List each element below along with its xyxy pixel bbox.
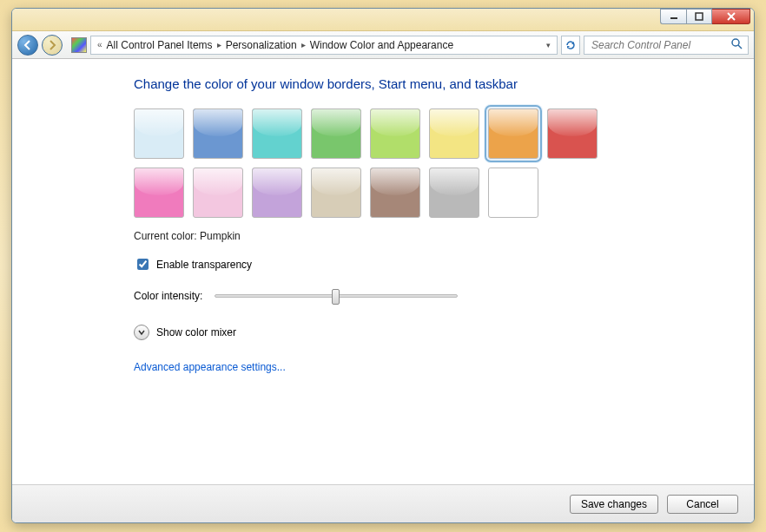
color-swatch-chocolate[interactable] xyxy=(370,167,420,218)
svg-line-5 xyxy=(738,45,742,49)
breadcrumb-item[interactable]: Personalization xyxy=(226,39,297,51)
color-swatch-violet[interactable] xyxy=(252,167,302,218)
color-swatch-twilight[interactable] xyxy=(193,108,243,159)
close-button[interactable] xyxy=(712,9,750,24)
window-controls xyxy=(660,9,750,24)
current-color-row: Current color: Pumpkin xyxy=(134,230,736,242)
intensity-label: Color intensity: xyxy=(134,290,202,302)
nav-forward-button[interactable] xyxy=(42,35,63,56)
search-icon[interactable] xyxy=(730,37,743,52)
navbar: « All Control Panel Items ▸ Personalizat… xyxy=(12,31,754,59)
color-swatch-pumpkin[interactable] xyxy=(488,108,538,159)
color-swatch-ruby[interactable] xyxy=(547,108,598,159)
control-panel-icon xyxy=(71,37,87,53)
color-mixer-label: Show color mixer xyxy=(156,326,236,338)
breadcrumb-item[interactable]: All Control Panel Items xyxy=(107,39,213,51)
color-swatch-sun[interactable] xyxy=(429,108,479,159)
intensity-slider[interactable] xyxy=(215,294,458,298)
color-swatch-frost[interactable] xyxy=(488,167,538,218)
color-swatch-fuchsia[interactable] xyxy=(134,167,184,218)
color-mixer-expander[interactable]: Show color mixer xyxy=(134,325,736,340)
svg-line-3 xyxy=(728,13,735,20)
breadcrumb[interactable]: « All Control Panel Items ▸ Personalizat… xyxy=(90,36,558,55)
window-frame: « All Control Panel Items ▸ Personalizat… xyxy=(11,8,755,523)
svg-point-4 xyxy=(732,39,739,46)
color-swatch-sky[interactable] xyxy=(134,108,184,159)
current-color-label: Current color: xyxy=(134,230,197,242)
intensity-slider-thumb[interactable] xyxy=(332,289,340,305)
refresh-button[interactable] xyxy=(561,36,580,55)
chevron-right-icon: ▸ xyxy=(215,40,224,49)
intensity-row: Color intensity: xyxy=(134,290,736,302)
minimize-button[interactable] xyxy=(660,9,686,24)
svg-rect-1 xyxy=(696,13,703,20)
breadcrumb-root[interactable]: « xyxy=(95,40,105,49)
content-area: Change the color of your window borders,… xyxy=(12,59,754,484)
chevron-down-icon[interactable] xyxy=(134,325,149,340)
page-heading: Change the color of your window borders,… xyxy=(134,76,736,91)
titlebar xyxy=(12,9,754,31)
maximize-button[interactable] xyxy=(686,9,712,24)
current-color-value: Pumpkin xyxy=(200,230,241,242)
chevron-right-icon: ▸ xyxy=(299,40,308,49)
color-swatch-taupe[interactable] xyxy=(311,167,361,218)
svg-line-2 xyxy=(728,13,735,20)
color-swatch-lime[interactable] xyxy=(370,108,420,159)
nav-back-button[interactable] xyxy=(17,35,38,56)
cancel-button[interactable]: Cancel xyxy=(667,495,738,514)
search-box[interactable] xyxy=(584,36,749,55)
color-swatch-grid xyxy=(134,108,629,218)
bottom-bar: Save changes Cancel xyxy=(12,484,754,522)
breadcrumb-item[interactable]: Window Color and Appearance xyxy=(310,39,453,51)
advanced-appearance-link[interactable]: Advanced appearance settings... xyxy=(134,361,736,373)
transparency-checkbox-row[interactable]: Enable transparency xyxy=(134,256,736,273)
search-input[interactable] xyxy=(590,38,725,52)
color-swatch-slate[interactable] xyxy=(429,167,479,218)
color-swatch-sea[interactable] xyxy=(252,108,302,159)
transparency-label: Enable transparency xyxy=(156,259,252,271)
breadcrumb-dropdown[interactable]: ▾ xyxy=(544,41,553,49)
color-swatch-blush[interactable] xyxy=(193,167,243,218)
color-swatch-leaf[interactable] xyxy=(311,108,361,159)
save-button[interactable]: Save changes xyxy=(570,495,658,514)
transparency-checkbox[interactable] xyxy=(137,259,149,270)
